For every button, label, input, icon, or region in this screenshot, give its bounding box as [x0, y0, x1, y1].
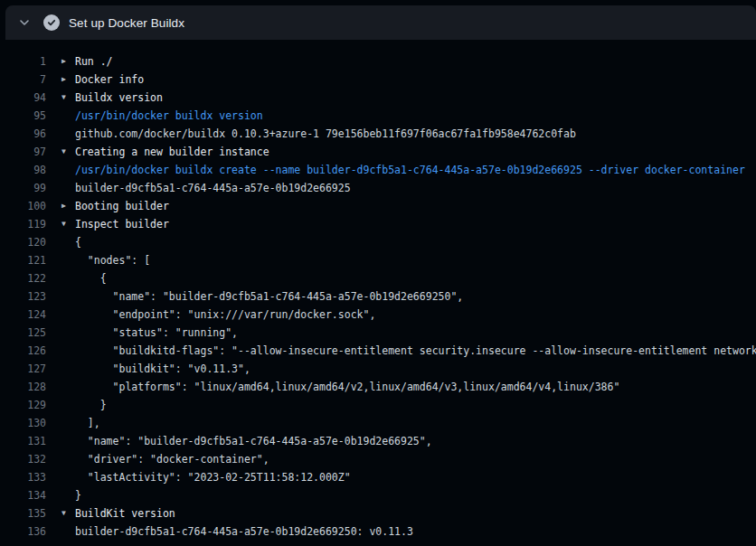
log-line: 99 builder-d9cfb5a1-c764-445a-a57e-0b19d… — [0, 179, 756, 197]
log-line: 95 /usr/bin/docker buildx version — [0, 107, 756, 125]
log-text: Creating a new builder instance — [75, 143, 269, 161]
log-group-collapsed[interactable]: 100 ▶ Booting builder — [0, 197, 756, 215]
group-toggle-icon — [61, 522, 75, 541]
group-toggle-icon — [61, 360, 75, 378]
group-toggle-icon — [61, 432, 75, 450]
triangle-down-icon[interactable]: ▼ — [61, 504, 75, 522]
log-text: { — [75, 233, 81, 251]
line-number[interactable]: 136 — [0, 522, 46, 541]
log-group-expanded[interactable]: 94 ▼ Buildx version — [0, 89, 756, 107]
group-toggle-icon — [61, 251, 75, 269]
check-circle-icon — [43, 14, 60, 31]
log-text: /usr/bin/docker buildx create --name bui… — [75, 161, 745, 179]
line-number[interactable]: 97 — [0, 143, 46, 161]
log-text: Booting builder — [75, 197, 169, 215]
log-line: 125 "status": "running", — [0, 324, 756, 342]
line-number[interactable]: 135 — [0, 504, 46, 522]
log-line: 130 ], — [0, 414, 756, 432]
log-text: builder-d9cfb5a1-c764-445a-a57e-0b19d2e6… — [75, 522, 413, 541]
log-group-expanded[interactable]: 135 ▼ BuildKit version — [0, 504, 756, 522]
line-number[interactable]: 99 — [0, 179, 46, 197]
log-text: ], — [75, 414, 100, 432]
chevron-down-icon[interactable] — [17, 15, 32, 30]
group-toggle-icon — [61, 342, 75, 360]
line-number[interactable]: 130 — [0, 414, 46, 432]
line-number[interactable]: 1 — [0, 52, 46, 71]
log-line: 129 } — [0, 396, 756, 414]
step-title: Set up Docker Buildx — [69, 16, 184, 30]
group-toggle-icon — [61, 107, 75, 125]
line-number[interactable]: 94 — [0, 89, 46, 107]
group-toggle-icon — [61, 269, 75, 287]
line-number[interactable]: 124 — [0, 306, 46, 324]
group-toggle-icon — [61, 324, 75, 342]
group-toggle-icon — [61, 306, 75, 324]
log-group-collapsed[interactable]: 7 ▶ Docker info — [0, 71, 756, 89]
triangle-right-icon[interactable]: ▶ — [61, 197, 75, 215]
line-number[interactable]: 128 — [0, 378, 46, 396]
line-number[interactable]: 125 — [0, 324, 46, 342]
log-text: "name": "builder-d9cfb5a1-c764-445a-a57e… — [75, 432, 432, 450]
log-group-expanded[interactable]: 119 ▼ Inspect builder — [0, 215, 756, 233]
log-line: 128 "platforms": "linux/amd64,linux/amd6… — [0, 378, 756, 396]
step-header[interactable]: Set up Docker Buildx — [5, 5, 756, 40]
log-text: "endpoint": "unix:///var/run/docker.sock… — [75, 306, 375, 324]
line-number[interactable]: 129 — [0, 396, 46, 414]
line-number[interactable]: 123 — [0, 287, 46, 306]
log-text: "driver": "docker-container", — [75, 450, 269, 468]
line-number[interactable]: 98 — [0, 161, 46, 179]
log-line: 121 "nodes": [ — [0, 251, 756, 269]
log-console: 1 ▶ Run ./ 7 ▶ Docker info 94 ▼ Buildx v… — [0, 40, 756, 546]
group-toggle-icon — [61, 468, 75, 486]
log-line: 133 "lastActivity": "2023-02-25T11:58:12… — [0, 468, 756, 486]
triangle-right-icon[interactable]: ▶ — [61, 52, 75, 71]
group-toggle-icon — [61, 161, 75, 179]
line-number[interactable]: 126 — [0, 342, 46, 360]
log-group-expanded[interactable]: 97 ▼ Creating a new builder instance — [0, 143, 756, 161]
log-text: github.com/docker/buildx 0.10.3+azure-1 … — [75, 125, 576, 143]
log-line: 136 builder-d9cfb5a1-c764-445a-a57e-0b19… — [0, 522, 756, 541]
triangle-down-icon[interactable]: ▼ — [61, 89, 75, 107]
group-toggle-icon — [61, 179, 75, 197]
log-line: 96 github.com/docker/buildx 0.10.3+azure… — [0, 125, 756, 143]
log-text: "platforms": "linux/amd64,linux/amd64/v2… — [75, 378, 619, 396]
log-line: 126 "buildkitd-flags": "--allow-insecure… — [0, 342, 756, 360]
log-line: 98 /usr/bin/docker buildx create --name … — [0, 161, 756, 179]
line-number[interactable]: 100 — [0, 197, 46, 215]
log-line: 123 "name": "builder-d9cfb5a1-c764-445a-… — [0, 287, 756, 306]
log-text: "nodes": [ — [75, 251, 150, 269]
log-text: "status": "running", — [75, 324, 238, 342]
log-group-collapsed[interactable]: 1 ▶ Run ./ — [0, 52, 756, 71]
line-number[interactable]: 134 — [0, 486, 46, 504]
line-number[interactable]: 7 — [0, 71, 46, 89]
triangle-down-icon[interactable]: ▼ — [61, 215, 75, 233]
log-text: } — [75, 486, 81, 504]
log-text: "buildkitd-flags": "--allow-insecure-ent… — [75, 342, 756, 360]
line-number[interactable]: 120 — [0, 233, 46, 251]
triangle-right-icon[interactable]: ▶ — [61, 71, 75, 89]
line-number[interactable]: 122 — [0, 269, 46, 287]
group-toggle-icon — [61, 378, 75, 396]
log-text: /usr/bin/docker buildx version — [75, 107, 263, 125]
group-toggle-icon — [61, 125, 75, 143]
triangle-down-icon[interactable]: ▼ — [61, 143, 75, 161]
line-number[interactable]: 119 — [0, 215, 46, 233]
line-number[interactable]: 121 — [0, 251, 46, 269]
log-text: { — [75, 269, 107, 287]
log-line: 124 "endpoint": "unix:///var/run/docker.… — [0, 306, 756, 324]
line-number[interactable]: 127 — [0, 360, 46, 378]
log-line: 122 { — [0, 269, 756, 287]
log-text: } — [75, 396, 107, 414]
log-line: 132 "driver": "docker-container", — [0, 450, 756, 468]
group-toggle-icon — [61, 486, 75, 504]
line-number[interactable]: 96 — [0, 125, 46, 143]
log-text: Inspect builder — [75, 215, 169, 233]
line-number[interactable]: 133 — [0, 468, 46, 486]
line-number[interactable]: 131 — [0, 432, 46, 450]
line-number[interactable]: 95 — [0, 107, 46, 125]
group-toggle-icon — [61, 233, 75, 251]
log-text: "buildkit": "v0.11.3", — [75, 360, 250, 378]
line-number[interactable]: 132 — [0, 450, 46, 468]
log-text: Docker info — [75, 71, 144, 89]
group-toggle-icon — [61, 414, 75, 432]
